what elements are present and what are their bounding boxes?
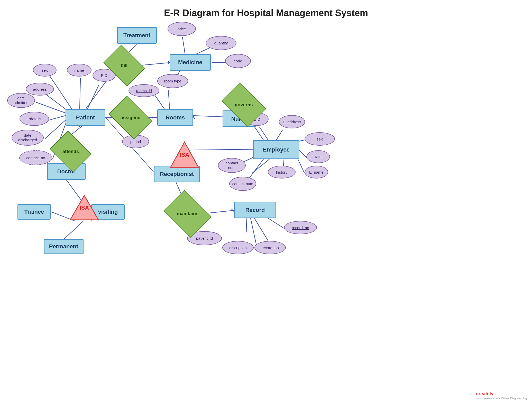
entity-record: Record xyxy=(234,202,276,218)
diagram-container: E-R Diagram for Hospital Management Syst… xyxy=(0,0,532,404)
svg-line-55 xyxy=(246,218,247,232)
attr-price: price xyxy=(168,22,196,36)
svg-line-37 xyxy=(252,159,269,173)
svg-line-10 xyxy=(168,90,170,109)
attr-discription: record_no xyxy=(254,241,286,254)
attr-patient-id: discription xyxy=(222,241,254,254)
attr-record-no: record_no xyxy=(284,221,317,234)
svg-line-54 xyxy=(231,209,234,211)
entity-permanent: Permanent xyxy=(44,239,84,254)
entity-patient: Patient xyxy=(66,109,105,126)
attr-contact-num: contactnum xyxy=(218,158,246,173)
svg-line-4 xyxy=(139,62,172,65)
attr-e-address: sex xyxy=(305,132,335,146)
svg-line-13 xyxy=(80,78,80,109)
entity-rooms: Rooms xyxy=(157,109,193,126)
svg-line-17 xyxy=(50,116,66,120)
attr-salary: E_address xyxy=(279,115,305,128)
attr-history: contact num xyxy=(229,177,256,191)
attr-quantity: quantity xyxy=(206,36,236,50)
svg-line-16 xyxy=(36,102,66,113)
svg-line-31 xyxy=(260,127,268,140)
diamond-attends: attends xyxy=(54,139,87,164)
attr-code: code xyxy=(225,54,251,68)
entity-medicine: Medicine xyxy=(170,54,211,71)
svg-line-50 xyxy=(193,149,254,150)
svg-line-25 xyxy=(193,116,224,117)
attr-room-type: room type xyxy=(157,74,188,88)
attr-sex2: NID xyxy=(306,150,330,163)
isa-employee: ISA xyxy=(169,141,200,169)
page-title: E-R Diagram for Hospital Management Syst… xyxy=(164,8,368,18)
diamond-bill: bill xyxy=(107,53,141,78)
attr-name: name xyxy=(67,64,91,77)
svg-line-53 xyxy=(208,210,236,213)
attr-e-name: history xyxy=(268,166,296,178)
diamond-governs: governs xyxy=(225,92,262,118)
diamond-maintains: maintains xyxy=(168,199,207,229)
attr-date-discharged: datedischarged xyxy=(12,130,44,146)
svg-line-6 xyxy=(182,37,185,54)
attr-pdetails: Pdetails xyxy=(20,112,49,126)
svg-line-48 xyxy=(64,221,84,239)
attr-rooms-id: rooms_id xyxy=(129,84,159,97)
entity-employee: Employee xyxy=(253,140,299,159)
svg-line-32 xyxy=(276,130,283,140)
diamond-assigend: assigend xyxy=(113,105,149,130)
attr-nid: E_name xyxy=(305,166,328,178)
attr-date-admitted: dateadmitted xyxy=(7,93,35,108)
entity-trainee: Trainee xyxy=(17,204,51,220)
svg-line-14 xyxy=(87,85,99,109)
svg-line-56 xyxy=(251,218,257,248)
entity-treatment: Treatment xyxy=(117,27,157,44)
attr-address: address xyxy=(26,83,54,96)
attr-contact-no: contact_no xyxy=(19,150,52,165)
watermark: creately www.creately.com • Online Diagr… xyxy=(476,391,527,400)
isa-doctor: ISA xyxy=(69,194,100,221)
attr-sex: sex xyxy=(33,64,57,77)
